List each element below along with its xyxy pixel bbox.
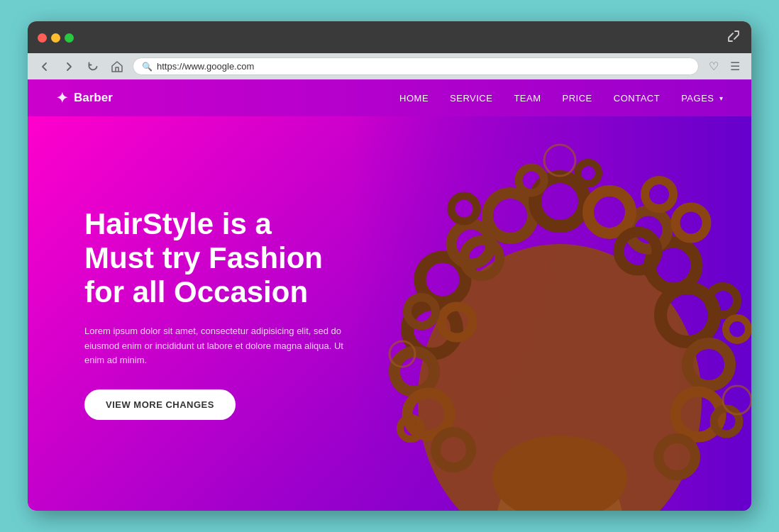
nav-pages[interactable]: PAGES ▾: [681, 93, 723, 104]
site-logo: ✦ Barber: [56, 89, 113, 106]
svg-point-24: [487, 193, 533, 238]
browser-window: 🔍 https://www.google.com ♡ ☰ ✦ Barber HO…: [28, 21, 751, 511]
nav-team[interactable]: TEAM: [514, 93, 541, 104]
search-icon: 🔍: [142, 62, 153, 72]
svg-point-33: [519, 167, 544, 193]
menu-button[interactable]: ☰: [727, 58, 743, 74]
svg-point-30: [714, 409, 739, 434]
back-button[interactable]: [36, 60, 53, 74]
maximize-button[interactable]: [65, 33, 74, 43]
address-bar[interactable]: 🔍 https://www.google.com: [133, 57, 699, 75]
home-button[interactable]: [109, 60, 126, 74]
svg-point-31: [451, 196, 477, 221]
woman-illustration: [340, 116, 751, 511]
logo-text: Barber: [74, 91, 113, 105]
browser-chrome: [28, 21, 751, 53]
hero-content: HairStyle is a Must try Fashion for all …: [84, 207, 354, 420]
hero-image: [340, 116, 751, 511]
chevron-down-icon: ▾: [719, 94, 724, 102]
svg-point-23: [709, 287, 737, 315]
favorites-button[interactable]: ♡: [706, 58, 722, 74]
svg-point-22: [675, 207, 707, 238]
expand-button[interactable]: [726, 28, 741, 48]
browser-toolbar: 🔍 https://www.google.com ♡ ☰: [28, 53, 751, 79]
nav-home[interactable]: HOME: [399, 93, 429, 104]
svg-point-36: [726, 318, 748, 340]
hero-title: HairStyle is a Must try Fashion for all …: [84, 207, 354, 310]
forward-button[interactable]: [60, 60, 77, 74]
url-text: https://www.google.com: [157, 61, 254, 72]
svg-point-34: [578, 162, 599, 184]
refresh-button[interactable]: [84, 60, 101, 74]
logo-icon: ✦: [56, 89, 68, 106]
toolbar-right: ♡ ☰: [706, 58, 743, 74]
website-content: ✦ Barber HOME SERVICE TEAM PRICE CONTACT…: [28, 79, 751, 511]
traffic-lights: [38, 33, 74, 43]
nav-price[interactable]: PRICE: [563, 93, 592, 104]
hero-section: HairStyle is a Must try Fashion for all …: [28, 116, 751, 511]
site-navbar: ✦ Barber HOME SERVICE TEAM PRICE CONTACT…: [28, 79, 751, 116]
close-button[interactable]: [38, 33, 47, 43]
minimize-button[interactable]: [51, 33, 60, 43]
nav-service[interactable]: SERVICE: [450, 93, 492, 104]
nav-contact[interactable]: CONTACT: [614, 93, 660, 104]
hero-description: Lorem ipsum dolor sit amet, consectetur …: [84, 324, 354, 368]
svg-point-26: [588, 191, 631, 233]
svg-point-32: [645, 180, 673, 209]
cta-button[interactable]: VIEW MORE CHANGES: [84, 389, 236, 420]
site-navigation: HOME SERVICE TEAM PRICE CONTACT PAGES ▾: [399, 93, 723, 104]
